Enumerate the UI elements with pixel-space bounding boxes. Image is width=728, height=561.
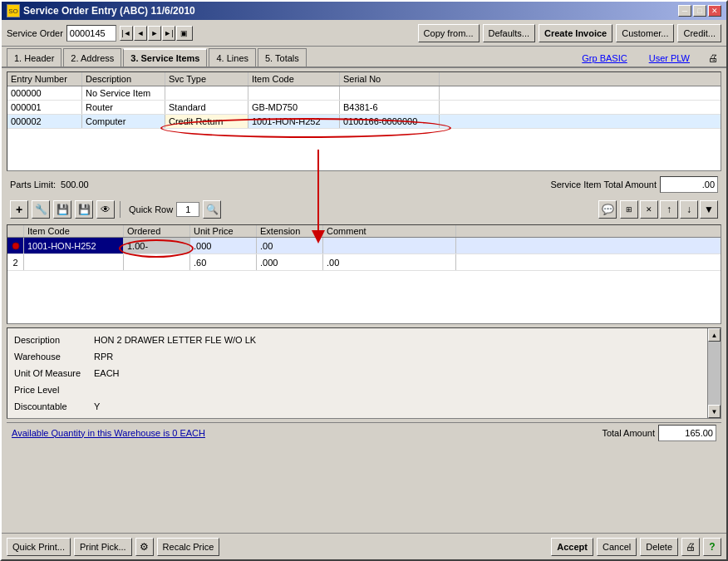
cell-entry-2: 000002	[7, 115, 82, 128]
move-up-button[interactable]: ↑	[660, 200, 678, 219]
quick-print-button[interactable]: Quick Print...	[7, 538, 71, 556]
tab-totals[interactable]: 5. Totals	[258, 48, 307, 66]
customer-button[interactable]: Customer...	[616, 24, 674, 42]
help-button[interactable]: ?	[703, 538, 721, 556]
cell-lines-ordered-1[interactable]: 1.00-	[124, 238, 190, 253]
cell-serial-0	[340, 86, 440, 100]
tabs-links: Grp BASIC User PLW 🖨	[575, 50, 721, 66]
fax-icon[interactable]: 🖨	[705, 50, 721, 66]
title-buttons: ─ □ ✕	[678, 5, 721, 17]
title-bar: SO Service Order Entry (ABC) 11/6/2010 ─…	[2, 2, 726, 20]
save2-button[interactable]: 💾	[75, 200, 93, 219]
copy-from-button[interactable]: Copy from...	[418, 24, 480, 42]
move-down-button[interactable]: ↓	[680, 200, 698, 219]
delete-button[interactable]: Delete	[640, 538, 678, 556]
detail-description-value: HON 2 DRAWER LETTER FLE W/O LK	[91, 335, 256, 345]
nav-next-button[interactable]: ►	[148, 26, 161, 41]
cell-lines-comment-2: .00	[323, 254, 456, 270]
parts-limit-label: Parts Limit:	[10, 180, 56, 189]
create-invoice-button[interactable]: Create Invoice	[539, 24, 612, 42]
cell-svc-0	[165, 86, 248, 100]
app-icon: SO	[7, 4, 20, 17]
add-line-button[interactable]: +	[10, 200, 28, 219]
cell-lines-item-2	[24, 254, 124, 270]
service-row-1[interactable]: 000001 Router Standard GB-MD750 B4381-6	[7, 101, 721, 115]
tab-address[interactable]: 2. Address	[63, 48, 121, 66]
cancel-button[interactable]: Cancel	[597, 538, 637, 556]
col-lines-ordered: Ordered	[124, 225, 190, 237]
lines-row-1[interactable]: 1001-HON-H252 1.00- .000 .00	[7, 238, 721, 254]
main-window: SO Service Order Entry (ABC) 11/6/2010 ─…	[0, 0, 728, 561]
lines-row-2[interactable]: 2 .60 .000 .00	[7, 254, 721, 271]
total-label: Total Amount	[602, 428, 655, 438]
search-button[interactable]: 🔍	[203, 200, 221, 219]
cell-item-2: 1001-HON-H252	[248, 115, 340, 128]
service-items-grid: Entry Number Description Svc Type Item C…	[7, 71, 721, 171]
cell-serial-1: B4381-6	[340, 101, 440, 114]
quick-row-label: Quick Row	[129, 204, 173, 214]
service-total-label: Service Item Total Amount	[550, 180, 657, 189]
tools-button[interactable]: 🔧	[32, 200, 50, 219]
cell-lines-item-1: 1001-HON-H252	[24, 238, 124, 253]
nav-prev-button[interactable]: ◄	[134, 26, 147, 41]
bottom-right-buttons: Accept Cancel Delete 🖨 ?	[551, 538, 721, 556]
accept-button[interactable]: Accept	[551, 538, 593, 556]
quick-row-input[interactable]	[176, 202, 199, 217]
grp-basic-link[interactable]: Grp BASIC	[575, 52, 633, 65]
cell-lines-ext-2: .000	[257, 254, 323, 270]
tab-lines[interactable]: 4. Lines	[209, 48, 256, 66]
scroll-down-button[interactable]: ▼	[708, 405, 721, 418]
more-button[interactable]: ▼	[700, 200, 718, 219]
minimize-button[interactable]: ─	[678, 5, 691, 17]
grid-view-button[interactable]: ⊞	[620, 200, 638, 219]
user-plw-link[interactable]: User PLW	[642, 52, 696, 65]
detail-row-uom: Unit Of Measure EACH	[7, 365, 707, 381]
settings-icon-button[interactable]: ⚙	[135, 538, 154, 556]
top-toolbar: Service Order |◄ ◄ ► ►| ▣ Copy from... D…	[2, 20, 726, 47]
delete-line-button[interactable]: ✕	[640, 200, 658, 219]
save1-button[interactable]: 💾	[53, 200, 71, 219]
detail-fields: Description HON 2 DRAWER LETTER FLE W/O …	[7, 328, 707, 418]
print-button[interactable]: 🖨	[681, 538, 700, 556]
maximize-button[interactable]: □	[693, 5, 706, 17]
lines-grid-header: Item Code Ordered Unit Price Extension C…	[7, 225, 721, 238]
recalc-price-button[interactable]: Recalc Price	[157, 538, 220, 556]
col-lines-item-code: Item Code	[24, 225, 124, 237]
tab-header[interactable]: 1. Header	[7, 48, 61, 66]
service-row-0[interactable]: 000000 No Service Item	[7, 86, 721, 101]
cell-row-num-2: 2	[7, 254, 24, 270]
detail-row-description: Description HON 2 DRAWER LETTER FLE W/O …	[7, 332, 707, 348]
total-row: Total Amount	[602, 425, 716, 441]
defaults-button[interactable]: Defaults...	[483, 24, 536, 42]
scroll-up-button[interactable]: ▲	[708, 328, 721, 342]
detail-uom-label: Unit Of Measure	[7, 368, 91, 378]
tab-service-items[interactable]: 3. Service Items	[123, 48, 207, 66]
credit-button[interactable]: Credit...	[677, 24, 721, 42]
close-button[interactable]: ✕	[708, 5, 721, 17]
cell-lines-price-2: .60	[190, 254, 257, 270]
detail-panel: Description HON 2 DRAWER LETTER FLE W/O …	[7, 327, 721, 419]
nav-first-button[interactable]: |◄	[120, 26, 133, 41]
detail-uom-value: EACH	[91, 368, 120, 378]
col-row-num	[7, 225, 24, 237]
nav-new-button[interactable]: ▣	[176, 26, 193, 41]
comment-button[interactable]: 💬	[598, 200, 617, 219]
scroll-track[interactable]	[708, 342, 721, 405]
view-button[interactable]: 👁	[96, 200, 115, 219]
cell-desc-1: Router	[82, 101, 165, 114]
cell-svc-2: Credit Return	[165, 115, 248, 128]
cell-entry-0: 000000	[7, 86, 82, 100]
service-total-input[interactable]	[660, 176, 718, 193]
service-order-label: Service Order	[7, 28, 63, 38]
nav-last-button[interactable]: ►|	[162, 26, 175, 41]
col-lines-comment: Comment	[323, 225, 456, 237]
service-row-2[interactable]: 000002 Computer Credit Return 1001-HON-H…	[7, 115, 721, 129]
service-order-input[interactable]	[66, 25, 116, 42]
total-amount-input[interactable]	[658, 425, 716, 441]
detail-warehouse-label: Warehouse	[7, 352, 91, 362]
detail-row-price-level: Price Level	[7, 381, 707, 398]
col-lines-unit-price: Unit Price	[190, 225, 257, 237]
cell-item-0	[248, 86, 340, 100]
title-bar-left: SO Service Order Entry (ABC) 11/6/2010	[7, 4, 195, 17]
print-pick-button[interactable]: Print Pick...	[74, 538, 132, 556]
